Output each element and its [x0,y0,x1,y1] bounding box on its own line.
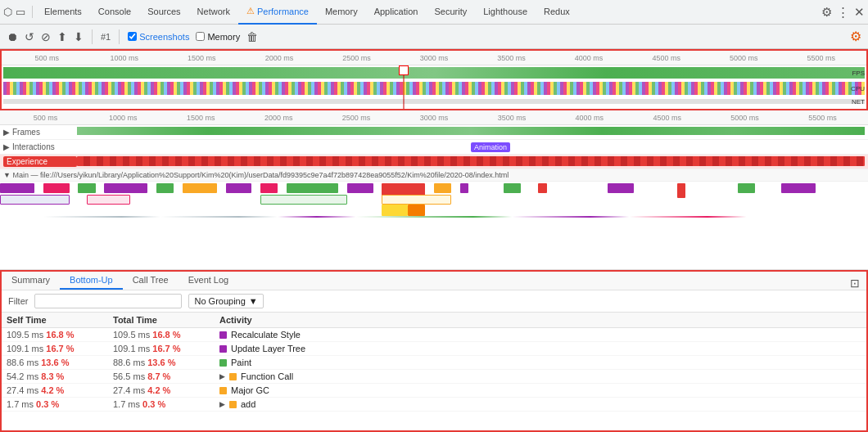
total-time-cell: 109.1 ms 16.7 % [108,342,215,355]
self-time-cell: 27.4 ms 4.2 % [2,384,108,397]
screenshots-checkbox[interactable] [128,32,137,41]
record-button[interactable]: ⏺ [7,30,18,43]
interactions-content: Animation [77,142,865,153]
tab-application[interactable]: Application [366,0,427,25]
total-time-cell: 1.7 ms 0.3 % [108,398,215,411]
expand-panel-button[interactable]: ⊡ [850,277,860,290]
total-time-cell: 109.5 ms 16.8 % [108,328,215,341]
reload-button[interactable]: ↺ [25,30,34,43]
activity-cell: Update Layer Tree [215,342,866,355]
tab-summary[interactable]: Summary [2,272,60,290]
tick2-2500: 2500 ms [318,114,396,122]
filter-row: Filter No Grouping ▼ [2,290,866,313]
experience-label[interactable]: Experience [3,156,77,167]
tab-network[interactable]: Network [189,0,238,25]
activity-cell: Major GC [215,384,866,397]
frames-arrow[interactable]: ▶ [3,128,10,137]
tick2-4000: 4000 ms [550,114,628,122]
memory-checkbox[interactable] [196,32,205,41]
tick2-2000: 2000 ms [240,114,318,122]
tab-console[interactable]: Console [90,0,139,25]
interactions-arrow[interactable]: ▶ [3,142,10,151]
warn-icon: ⚠ [246,6,255,16]
col-total-header[interactable]: Total Time [108,313,215,327]
panel-tabs: Summary Bottom-Up Call Tree Event Log [2,272,866,290]
tasks-area [0,182,868,247]
fps-row: FPS [2,65,866,80]
device-icon[interactable]: ▭ [16,6,25,18]
task-block [460,183,469,193]
tab-lighthouse[interactable]: Lighthouse [475,0,536,25]
trash-button[interactable]: 🗑 [246,30,258,43]
tick-5000: 5000 ms [705,54,783,62]
task-row2 [382,195,451,205]
activity-cell: ▶ Function Call [215,370,866,383]
interactions-label[interactable]: ▶ Interactions [3,142,77,151]
main-thread-label: ▼ Main — file:///Users/yikun/Library/App… [0,169,868,182]
task-block [104,183,147,193]
memory-label[interactable]: Memory [196,32,240,42]
screenshots-label[interactable]: Screenshots [128,32,189,42]
table-header: Self Time Total Time Activity [2,313,866,328]
frames-track: ▶ Frames [0,125,868,140]
total-time-cell: 27.4 ms 4.2 % [108,384,215,397]
upload-button[interactable]: ⬆ [57,30,67,43]
self-time-cell: 109.1 ms 16.7 % [2,342,108,355]
tick2-5000: 5000 ms [706,114,784,122]
filter-input[interactable] [34,294,182,308]
tick-4500: 4500 ms [627,54,705,62]
col-activity-header[interactable]: Activity [215,313,866,327]
tab-event-log[interactable]: Event Log [179,272,239,290]
self-time-cell: 54.2 ms 8.3 % [2,370,108,383]
task-row2 [87,195,130,205]
task-block [434,183,451,193]
tick-3000: 3000 ms [396,54,473,62]
frames-label[interactable]: ▶ Frames [3,128,77,137]
col-self-header[interactable]: Self Time [2,313,108,327]
close-icon[interactable]: ✕ [854,5,865,20]
tick-2000: 2000 ms [241,54,319,62]
tab-call-tree[interactable]: Call Tree [123,272,179,290]
expand-arrow-icon[interactable]: ▶ [219,400,225,408]
stop-button[interactable]: ⊘ [41,30,51,43]
tab-performance[interactable]: ⚠ Performance [238,0,317,25]
cursor-box [399,65,409,75]
task-block [781,183,816,193]
task-block [287,183,339,193]
cpu-activity-line [43,216,825,218]
gear-button[interactable]: ⚙ [850,29,861,44]
expand-arrow-icon[interactable]: ▶ [219,372,225,380]
experience-track: Experience [0,155,868,169]
tab-sources[interactable]: Sources [139,0,188,25]
tab-memory[interactable]: Memory [317,0,366,25]
inspect-icon[interactable]: ⬡ [3,6,12,18]
tab-redux[interactable]: Redux [536,0,578,25]
activity-color [229,401,237,408]
chevron-down-icon: ▼ [249,296,258,306]
tick2-500: 500 ms [7,114,84,122]
frames-bar [77,127,865,135]
task-block [43,183,70,193]
cpu-label: CPU [851,85,865,92]
tab-elements[interactable]: Elements [36,0,90,25]
interactions-track: ▶ Interactions Animation [0,140,868,155]
tab-icons: ⬡ ▭ [3,6,33,18]
tick-3500: 3500 ms [472,54,550,62]
download-button[interactable]: ⬇ [74,30,84,43]
tick2-3500: 3500 ms [472,114,550,122]
settings-icon[interactable]: ⚙ [821,5,832,20]
activity-color [219,387,227,394]
bottom-panel: Summary Bottom-Up Call Tree Event Log Fi… [0,270,868,432]
tick-500: 500 ms [8,54,86,62]
tab-bottom-up[interactable]: Bottom-Up [60,272,123,290]
table-row: 109.5 ms 16.8 % 109.5 ms 16.8 % Recalcul… [2,328,866,342]
grouping-select[interactable]: No Grouping ▼ [188,294,263,308]
tab-security[interactable]: Security [426,0,475,25]
more-icon[interactable]: ⋮ [837,5,849,20]
experience-bar [77,156,865,166]
main-timeline[interactable]: 500 ms 1000 ms 1500 ms 2000 ms 2500 ms 3… [0,110,868,270]
frames-content [77,127,865,138]
task-block [226,183,252,193]
table-row: 54.2 ms 8.3 % 56.5 ms 8.7 % ▶ Function C… [2,370,866,384]
self-time-cell: 109.5 ms 16.8 % [2,328,108,341]
